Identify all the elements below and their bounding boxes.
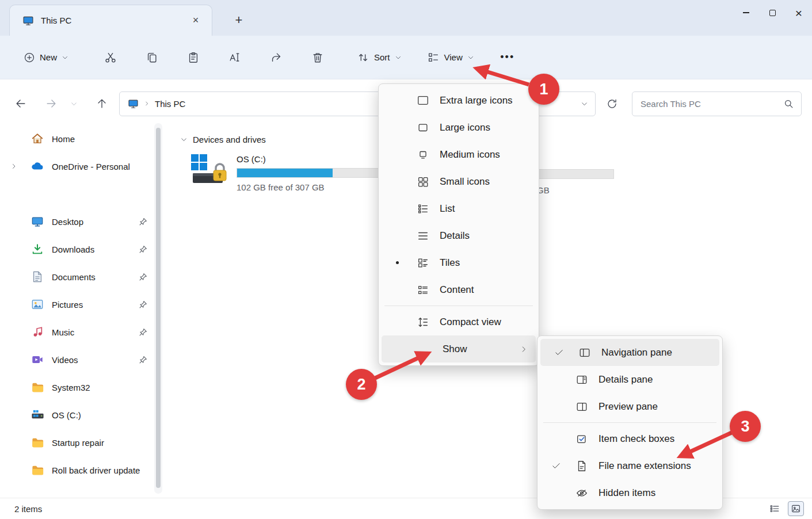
- tab-this-pc[interactable]: This PC ×: [9, 5, 212, 36]
- sidebar-item-downloads[interactable]: Downloads: [2, 235, 153, 263]
- medium-icons-icon: [415, 148, 430, 161]
- command-bar: New Sort View •••: [0, 36, 812, 79]
- checkmark-icon: [540, 348, 577, 357]
- second-drive-usage-bar-partial: [538, 169, 614, 179]
- menu-item-show[interactable]: Show: [382, 335, 536, 362]
- pictures-icon: [30, 298, 45, 311]
- sort-icon: [357, 51, 369, 64]
- sidebar-item-home[interactable]: Home: [2, 125, 153, 152]
- pin-icon: [139, 273, 147, 281]
- scrollbar-thumb[interactable]: [156, 128, 161, 488]
- compact-view-icon: [415, 316, 430, 329]
- large-thumbnails-toggle[interactable]: [788, 501, 804, 516]
- more-options-button[interactable]: •••: [495, 45, 520, 70]
- cut-button[interactable]: [98, 45, 123, 70]
- menu-item-label: Details pane: [598, 374, 653, 386]
- breadcrumb-this-pc[interactable]: This PC: [155, 99, 185, 109]
- up-button[interactable]: [89, 91, 115, 116]
- drive-bitlocker-icon: [190, 153, 229, 192]
- menu-item-label: File name extensions: [598, 460, 691, 472]
- menu-item-preview-pane[interactable]: Preview pane: [537, 393, 722, 420]
- chevron-down-icon: [395, 54, 402, 61]
- menu-item-tiles[interactable]: Tiles: [379, 249, 539, 276]
- navigation-pane: Home OneDrive - Personal Desktop Downloa…: [0, 121, 155, 498]
- details-view-toggle[interactable]: [767, 501, 783, 516]
- new-button[interactable]: New: [16, 45, 76, 70]
- onedrive-cloud-icon: [30, 159, 45, 173]
- sidebar-item-documents[interactable]: Documents: [2, 263, 153, 291]
- menu-item-hidden-items[interactable]: Hidden items: [537, 479, 722, 506]
- devices-and-drives-header[interactable]: Devices and drives: [180, 135, 266, 144]
- menu-item-details[interactable]: Details: [379, 222, 539, 249]
- search-box: [632, 91, 802, 116]
- paste-button[interactable]: [181, 45, 206, 70]
- menu-item-compact-view[interactable]: Compact view: [379, 308, 539, 335]
- delete-button[interactable]: [305, 45, 330, 70]
- sidebar-scrollbar[interactable]: [154, 123, 162, 494]
- menu-item-file-name-extensions[interactable]: File name extensions: [537, 452, 722, 479]
- tab-title: This PC: [41, 16, 71, 25]
- sidebar-item-os-c[interactable]: OS (C:): [2, 401, 153, 429]
- sidebar-item-label: Music: [52, 327, 74, 337]
- sidebar-item-label: Downloads: [52, 245, 94, 254]
- sidebar-item-startup-repair[interactable]: Startup repair: [2, 429, 153, 456]
- back-button[interactable]: [8, 91, 33, 116]
- menu-item-item-check-boxes[interactable]: Item check boxes: [537, 425, 722, 452]
- sidebar-item-system32[interactable]: System32: [2, 373, 153, 401]
- sort-button[interactable]: Sort: [350, 45, 409, 70]
- share-button[interactable]: [264, 45, 289, 70]
- details-icon: [415, 230, 430, 242]
- forward-button[interactable]: [39, 91, 64, 116]
- drive-tile-os-c[interactable]: OS (C:) 102 GB free of 307 GB: [190, 153, 380, 192]
- menu-item-extra-large-icons[interactable]: Extra large icons: [379, 87, 539, 114]
- menu-item-navigation-pane[interactable]: Navigation pane: [540, 339, 719, 366]
- sidebar-item-music[interactable]: Music: [2, 318, 153, 346]
- sidebar-item-pictures[interactable]: Pictures: [2, 291, 153, 318]
- view-button[interactable]: View: [420, 45, 481, 70]
- list-icon: [415, 203, 430, 215]
- recent-locations-chevron[interactable]: [65, 91, 82, 116]
- this-pc-icon: [128, 98, 139, 109]
- menu-item-label: Details: [440, 230, 470, 242]
- sidebar-item-label: System32: [52, 383, 90, 392]
- section-label: Devices and drives: [193, 135, 266, 144]
- new-tab-button[interactable]: +: [229, 12, 249, 29]
- sidebar-item-roll-back-driver-update[interactable]: Roll back driver update: [2, 456, 153, 484]
- search-icon[interactable]: [783, 98, 794, 109]
- downloads-icon: [30, 243, 45, 255]
- sidebar-item-desktop[interactable]: Desktop: [2, 208, 153, 235]
- menu-item-large-icons[interactable]: Large icons: [379, 114, 539, 141]
- minimize-button[interactable]: [733, 0, 759, 25]
- menu-item-content[interactable]: Content: [379, 276, 539, 303]
- menu-item-list[interactable]: List: [379, 195, 539, 222]
- menu-item-medium-icons[interactable]: Medium icons: [379, 141, 539, 168]
- tab-close-icon[interactable]: ×: [188, 13, 204, 29]
- close-button[interactable]: ×: [786, 0, 812, 25]
- file-explorer-window: This PC × + × New: [0, 0, 812, 519]
- menu-item-label: Hidden items: [598, 487, 655, 499]
- menu-item-label: Compact view: [440, 316, 501, 328]
- collapse-chevron-icon[interactable]: [180, 136, 188, 143]
- rename-button[interactable]: [222, 45, 247, 70]
- view-icon: [427, 51, 440, 64]
- address-dropdown-chevron[interactable]: [581, 100, 588, 108]
- view-menu: Extra large icons Large icons Medium ico…: [378, 83, 539, 366]
- copy-button[interactable]: [139, 45, 165, 70]
- menu-item-small-icons[interactable]: Small icons: [379, 168, 539, 195]
- drive-icon: [30, 409, 45, 422]
- maximize-button[interactable]: [759, 0, 786, 25]
- sidebar-item-onedrive[interactable]: OneDrive - Personal: [2, 152, 153, 180]
- item-check-boxes-icon: [574, 433, 589, 445]
- pin-icon: [139, 217, 147, 226]
- search-input[interactable]: [641, 99, 783, 109]
- view-button-label: View: [444, 52, 463, 62]
- content-icon: [415, 284, 430, 296]
- sidebar-item-label: OneDrive - Personal: [52, 162, 130, 171]
- chevron-down-icon: [62, 54, 68, 61]
- folder-icon: [30, 381, 45, 394]
- folder-icon: [30, 464, 45, 477]
- expand-chevron-icon[interactable]: [2, 163, 25, 170]
- refresh-button[interactable]: [599, 91, 624, 116]
- sidebar-item-videos[interactable]: Videos: [2, 346, 153, 373]
- menu-item-details-pane[interactable]: Details pane: [537, 366, 722, 393]
